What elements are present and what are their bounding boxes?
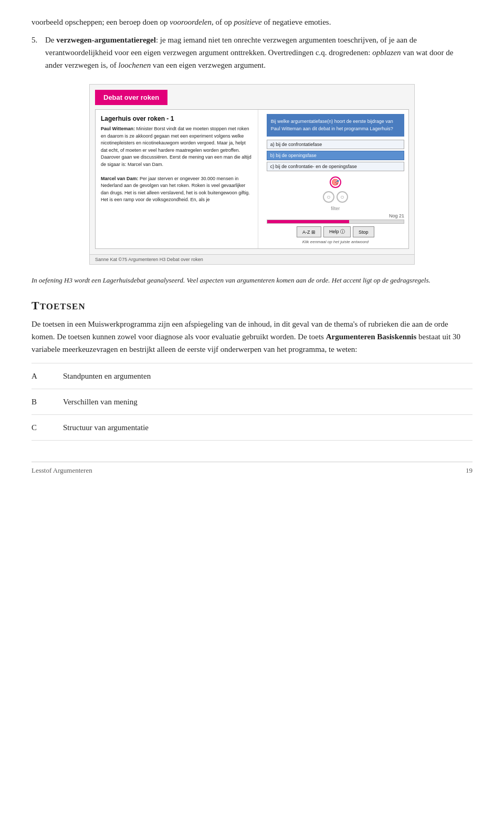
answers-list: a) bij de confrontatiefase b) bij de ope…	[267, 140, 404, 171]
alpha-text-b: Verschillen van mening	[63, 395, 138, 408]
footer-page-number: 19	[466, 466, 472, 475]
action-buttons: A-Z ⊞ Help ⓘ Stop	[267, 226, 404, 237]
alpha-text-c: Structuur van argumentatie	[63, 421, 149, 434]
alpha-letter-a: A	[32, 370, 47, 382]
filter-label: filter	[331, 206, 340, 211]
screenshot-caption: In oefening H3 wordt een Lagerhuisdebat …	[32, 275, 472, 286]
item5-text: De verzwegen-argumentatieregel: je mag i…	[45, 34, 472, 71]
az-button[interactable]: A-Z ⊞	[297, 226, 321, 237]
alpha-list: A Standpunten en argumenten B Verschille…	[32, 363, 472, 441]
alpha-item-a: A Standpunten en argumenten	[32, 363, 472, 389]
alpha-letter-c: C	[32, 421, 47, 434]
exercise-text: Paul Witteman: Minister Borst vindt dat …	[101, 126, 253, 204]
icon-area: 🎯 ○ ○ filter	[267, 174, 404, 213]
screenshot-header-label: Debat over roken	[95, 90, 167, 105]
alpha-item-c: C Structuur van argumentatie	[32, 415, 472, 441]
question-box: Bij welke argumentatiefase(n) hoort de e…	[267, 114, 404, 137]
intro-paragraph: voorbeeld opscheppen; een beroep doen op…	[32, 16, 472, 28]
radio-icon-2: ○	[337, 191, 348, 203]
screenshot-inner: Lagerhuis over roken - 1 Paul Witteman: …	[95, 109, 409, 249]
screenshot-right-panel: Bij welke argumentatiefase(n) hoort de e…	[262, 110, 408, 248]
exercise-title: Lagerhuis over roken - 1	[101, 115, 253, 122]
screenshot-bottom: Nog 21 A-Z ⊞ Help ⓘ Stop Klik eenmaal op…	[267, 213, 404, 244]
progress-label: Nog 21	[267, 213, 404, 218]
section-title-toetsen: TToetsen	[32, 299, 472, 312]
footer-left: Sanne Kat ©75 Argumenteren H3 Debat over…	[95, 257, 203, 262]
alpha-text-a: Standpunten en argumenten	[63, 370, 151, 382]
radio-icon-1: ○	[323, 191, 334, 203]
screenshot-container: Debat over roken Lagerhuis over roken - …	[89, 84, 415, 265]
screenshot-left-panel: Lagerhuis over roken - 1 Paul Witteman: …	[96, 110, 258, 248]
progress-bar-fill	[267, 220, 349, 223]
help-button[interactable]: Help ⓘ	[323, 226, 351, 237]
page-footer: Lesstof Argumenteren 19	[32, 462, 472, 475]
stop-button[interactable]: Stop	[353, 226, 374, 237]
item-5: 5. De verzwegen-argumentatieregel: je ma…	[32, 34, 472, 71]
toetsen-paragraph: De toetsen in een Muiswerkprogramma zijn…	[32, 318, 472, 356]
alpha-item-b: B Verschillen van mening	[32, 389, 472, 415]
page-content: voorbeeld opscheppen; een beroep doen op…	[32, 16, 472, 475]
answer-a[interactable]: a) bij de confrontatiefase	[267, 140, 404, 149]
hint-text: Klik eenmaal op het juiste antwoord	[267, 239, 404, 244]
target-icon: 🎯	[330, 176, 341, 188]
alpha-letter-b: B	[32, 395, 47, 408]
answer-b[interactable]: b) bij de openingsfase	[267, 151, 404, 160]
progress-bar	[267, 220, 404, 224]
footer-lesstof: Lesstof Argumenteren	[32, 466, 92, 475]
answer-c[interactable]: c) bij de confrontatie- en de openingsfa…	[267, 162, 404, 171]
intro-sentence1: voorbeeld opscheppen; een beroep doen op…	[32, 16, 472, 28]
screenshot-footer: Sanne Kat ©75 Argumenteren H3 Debat over…	[90, 254, 414, 264]
